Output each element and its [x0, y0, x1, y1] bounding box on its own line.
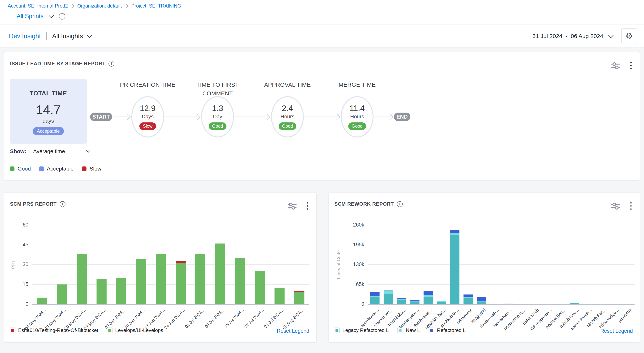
settings-button[interactable]: ⚙: [621, 28, 637, 44]
filter-sliders-icon[interactable]: [288, 202, 297, 210]
stage-rating-badge: Good: [209, 122, 226, 130]
chart-legend-item[interactable]: New L: [397, 327, 420, 333]
bar-segment[interactable]: [195, 254, 206, 304]
stage-node[interactable]: 12.9DaysSlow: [131, 96, 164, 138]
bar-segment[interactable]: [37, 298, 47, 304]
panel-header: SCM PRS REPORT i: [10, 201, 66, 207]
bar-segment[interactable]: [57, 284, 67, 304]
bar-segment[interactable]: [397, 298, 406, 299]
bar-segment[interactable]: [450, 233, 460, 235]
breadcrumb-link[interactable]: Account: SEI-Internal-Prod2: [8, 3, 68, 9]
kebab-menu-icon[interactable]: [629, 62, 633, 70]
bar-segment[interactable]: [477, 302, 486, 302]
bar-segment[interactable]: [464, 294, 473, 298]
sprint-selector-label[interactable]: All Sprints: [16, 13, 44, 20]
bar-segment[interactable]: [437, 302, 446, 304]
stage-node[interactable]: 1.3DayGood: [201, 96, 234, 138]
kebab-menu-icon[interactable]: [306, 202, 309, 210]
info-icon[interactable]: i: [108, 61, 114, 66]
bar-segment[interactable]: [410, 300, 420, 302]
bar-segment[interactable]: [77, 254, 87, 304]
bar-segment[interactable]: [464, 298, 473, 298]
stage-rating-badge: Good: [348, 122, 366, 130]
filter-sliders-icon[interactable]: [611, 202, 620, 210]
bar-segment[interactable]: [294, 291, 304, 292]
date-range-selector[interactable]: 31 Jul 2024 - 06 Aug 2024: [532, 33, 603, 40]
chevron-down-icon[interactable]: [86, 148, 90, 152]
bar-segment[interactable]: [570, 303, 579, 304]
breadcrumb-link[interactable]: Organization: default: [77, 3, 122, 9]
insight-selector[interactable]: All Insights: [52, 32, 83, 40]
bar-segment[interactable]: [477, 302, 486, 304]
chevron-down-icon[interactable]: [608, 33, 614, 38]
bar-segment[interactable]: [370, 292, 380, 296]
legend-label: New L: [406, 327, 420, 333]
show-metric-dropdown[interactable]: Show: Average time: [10, 148, 90, 154]
gridline: [32, 284, 309, 285]
bar-segment[interactable]: [410, 302, 420, 304]
bar-segment[interactable]: [424, 295, 433, 297]
bar-segment[interactable]: [176, 261, 186, 263]
flow-start-pill: START: [90, 112, 112, 121]
bar-segment[interactable]: [464, 298, 473, 304]
kebab-menu-icon[interactable]: [629, 202, 633, 210]
breadcrumb-link[interactable]: Project: SEI TRAINING: [131, 3, 181, 9]
bar-segment[interactable]: [477, 298, 486, 302]
bar-segment[interactable]: [450, 230, 460, 233]
chevron-down-icon[interactable]: [87, 33, 92, 38]
legend-label: Slow: [90, 166, 101, 172]
chart-legend-item[interactable]: Refactored L: [428, 327, 466, 333]
legend-swatch-color: [336, 329, 338, 332]
x-axis-label: 06 May 2024...: [11, 308, 47, 344]
bar-segment[interactable]: [384, 290, 393, 294]
reset-legend-link[interactable]: Reset Legend: [600, 328, 633, 334]
bar-segment[interactable]: [215, 244, 225, 304]
bar-segment[interactable]: [410, 302, 420, 302]
stage-node[interactable]: 2.4HoursGood: [271, 96, 304, 138]
show-value[interactable]: Average time: [33, 148, 65, 154]
info-icon[interactable]: i: [60, 201, 66, 207]
bar-segment[interactable]: [96, 279, 106, 304]
chevron-down-icon[interactable]: [49, 13, 54, 18]
stage-unit: Days: [142, 114, 154, 120]
bar-segment[interactable]: [235, 258, 245, 304]
bar-segment[interactable]: [255, 271, 265, 304]
bar-segment[interactable]: [116, 278, 126, 304]
bar-segment[interactable]: [424, 291, 433, 296]
bar-segment[interactable]: [504, 304, 513, 304]
gridline: [32, 245, 309, 245]
insight-nav: Dev Insight All Insights: [9, 32, 91, 40]
x-axis-label: 20 May 2024...: [50, 308, 87, 344]
bar-segment[interactable]: [156, 254, 166, 304]
bar-segment[interactable]: [450, 235, 460, 304]
stage-name: PR CREATION TIME: [115, 80, 180, 89]
bar-segment[interactable]: [424, 297, 433, 304]
reset-legend-link[interactable]: Reset Legend: [277, 328, 309, 334]
bar-segment[interactable]: [136, 259, 146, 304]
sprint-selector[interactable]: All Sprints i: [16, 13, 65, 20]
legend-swatch: [334, 328, 340, 333]
bar-segment[interactable]: [274, 288, 284, 304]
bar-segment[interactable]: [437, 301, 446, 302]
bar-segment[interactable]: [397, 300, 406, 304]
bar-segment[interactable]: [397, 299, 406, 300]
bar-segment[interactable]: [384, 290, 393, 290]
info-icon[interactable]: i: [59, 13, 65, 20]
stage-unit: Day: [213, 114, 222, 120]
info-icon[interactable]: i: [397, 201, 403, 207]
panel-title: SCM REWORK REPORT: [334, 201, 394, 207]
filter-sliders-icon[interactable]: [611, 62, 620, 70]
chart-legend-item[interactable]: Levelops/Ui-Levelops: [107, 327, 163, 333]
panel-title: ISSUE LEAD TIME BY STAGE REPORT: [10, 61, 106, 66]
bar-segment[interactable]: [370, 296, 380, 297]
chart-legend-item[interactable]: Esha610/Testing-Repo-Of-Bitbucket: [10, 327, 98, 333]
bar-segment[interactable]: [176, 263, 186, 304]
panel-actions: [288, 202, 309, 210]
bar-segment[interactable]: [294, 292, 304, 304]
bar-segment[interactable]: [437, 301, 446, 301]
bar-segment[interactable]: [370, 297, 380, 304]
stage-node[interactable]: 11.4HoursGood: [341, 96, 374, 138]
dev-insight-link[interactable]: Dev Insight: [9, 32, 41, 40]
chart-legend-item[interactable]: Legacy Refactored L: [334, 327, 389, 333]
bar-segment[interactable]: [384, 294, 393, 304]
